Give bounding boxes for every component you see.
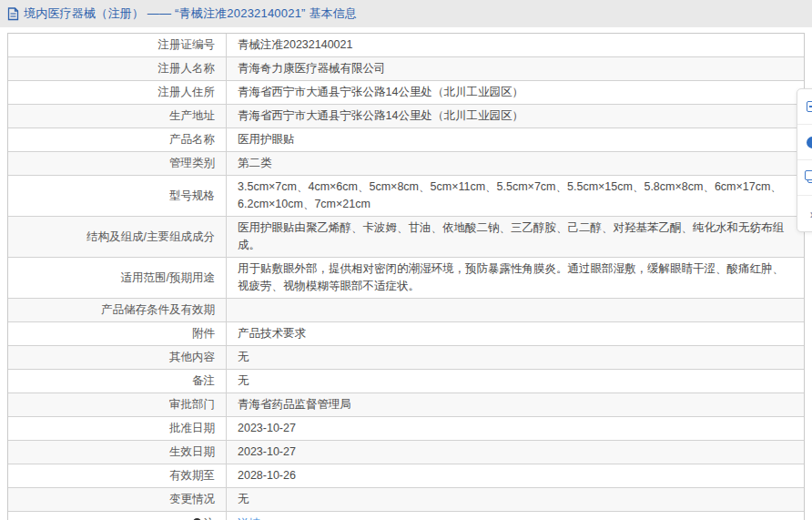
row-label: 结构及组成/主要组成成分 <box>8 217 227 257</box>
row-label: 注 <box>8 512 227 520</box>
row-label: 注册人住所 <box>8 81 227 104</box>
row-value: 无 <box>227 370 804 393</box>
row-value: 青海省西宁市大通县宁张公路14公里处（北川工业园区） <box>227 81 804 104</box>
detail-link[interactable]: 详情 <box>238 515 260 520</box>
row-label: 审批部门 <box>8 393 227 416</box>
table-row: 批准日期2023-10-27 <box>8 417 804 441</box>
table-row: 附件产品技术要求 <box>8 322 804 346</box>
row-label: 注册人名称 <box>8 57 227 80</box>
table-row: 适用范围/预期用途用于贴敷眼外部，提供相对密闭的潮湿环境，预防暴露性角膜炎。通过… <box>8 258 804 299</box>
table-row: 注册证编号青械注准20232140021 <box>8 34 804 57</box>
row-label: 批准日期 <box>8 417 227 440</box>
row-label: 附件 <box>8 322 227 345</box>
table-row: 注详情 <box>8 512 804 520</box>
row-value: 医用护眼贴 <box>227 128 804 151</box>
service-item-qq[interactable] <box>797 125 812 160</box>
table-row: 生产地址青海省西宁市大通县宁张公路14公里处（北川工业园区） <box>8 105 804 128</box>
row-value: 医用护眼贴由聚乙烯醇、卡波姆、甘油、依地酸二钠、三乙醇胺、己二醇、对羟基苯乙酮、… <box>227 217 804 257</box>
table-row: 备注无 <box>8 370 804 393</box>
table-row: 变更情况无 <box>8 488 804 512</box>
row-value: 2028-10-26 <box>227 464 804 487</box>
table-row: 有效期至2028-10-26 <box>8 464 804 488</box>
row-label: 适用范围/预期用途 <box>8 258 227 298</box>
qq-icon <box>807 137 812 148</box>
row-label: 有效期至 <box>8 464 227 487</box>
row-label: 产品名称 <box>8 128 227 151</box>
table-row: 产品名称医用护眼贴 <box>8 128 804 152</box>
row-label: 生效日期 <box>8 441 227 464</box>
service-item-collapse[interactable]: › <box>797 196 812 231</box>
row-label: 生产地址 <box>8 105 227 127</box>
wechat-icon <box>807 173 812 183</box>
table-row: 注册人住所青海省西宁市大通县宁张公路14公里处（北川工业园区） <box>8 81 804 105</box>
row-value: 无 <box>227 488 804 511</box>
row-value: 3.5cm×7cm、4cm×6cm、5cm×8cm、5cm×11cm、5.5cm… <box>227 176 804 216</box>
row-value: 青械注准20232140021 <box>227 34 804 56</box>
table-row: 注册人名称青海奇力康医疗器械有限公司 <box>8 57 804 81</box>
table-row: 其他内容无 <box>8 346 804 370</box>
row-label: 管理类别 <box>8 152 227 175</box>
row-label: 其他内容 <box>8 346 227 369</box>
row-value: 2023-10-27 <box>227 441 804 464</box>
row-value: 青海省西宁市大通县宁张公路14公里处（北川工业园区） <box>227 105 804 127</box>
table-row: 型号规格3.5cm×7cm、4cm×6cm、5cm×8cm、5cm×11cm、5… <box>8 176 804 217</box>
row-label: 型号规格 <box>8 176 227 216</box>
row-label: 产品储存条件及有效期 <box>8 299 227 321</box>
row-value: 2023-10-27 <box>227 417 804 440</box>
registration-info-table: 注册证编号青械注准20232140021注册人名称青海奇力康医疗器械有限公司注册… <box>7 33 805 520</box>
row-value: 第二类 <box>227 152 804 175</box>
service-item-form[interactable] <box>797 89 812 125</box>
form-icon <box>807 101 812 112</box>
row-value: 用于贴敷眼外部，提供相对密闭的潮湿环境，预防暴露性角膜炎。通过眼部湿敷，缓解眼睛… <box>227 258 804 298</box>
table-row: 审批部门青海省药品监督管理局 <box>8 393 804 417</box>
row-value <box>227 299 804 321</box>
page-header: 境内医疗器械（注册） —— “青械注准20232140021” 基本信息 <box>0 0 812 27</box>
row-value: 产品技术要求 <box>227 322 804 345</box>
document-icon <box>7 7 19 21</box>
row-value: 无 <box>227 346 804 369</box>
row-value: 青海奇力康医疗器械有限公司 <box>227 57 804 80</box>
table-row: 产品储存条件及有效期 <box>8 299 804 322</box>
row-label: 变更情况 <box>8 488 227 511</box>
row-label: 备注 <box>8 370 227 393</box>
row-value: 青海省药品监督管理局 <box>227 393 804 416</box>
row-label: 注册证编号 <box>8 34 227 56</box>
page-title: 境内医疗器械（注册） —— “青械注准20232140021” 基本信息 <box>24 5 357 22</box>
table-row: 结构及组成/主要组成成分医用护眼贴由聚乙烯醇、卡波姆、甘油、依地酸二钠、三乙醇胺… <box>8 217 804 258</box>
service-item-wechat[interactable] <box>797 160 812 196</box>
table-row: 生效日期2023-10-27 <box>8 441 804 464</box>
service-widget: › <box>797 88 812 232</box>
table-row: 管理类别第二类 <box>8 152 804 176</box>
row-value: 详情 <box>227 512 804 520</box>
